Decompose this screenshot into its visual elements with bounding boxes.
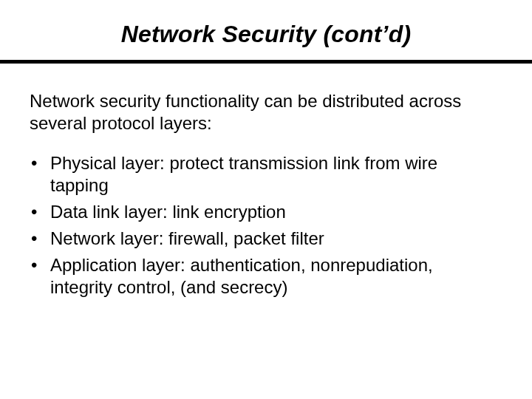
slide: Network Security (cont’d) Network securi… (0, 0, 532, 399)
slide-title: Network Security (cont’d) (0, 0, 532, 60)
bullet-list: Physical layer: protect transmission lin… (30, 152, 499, 299)
list-item: Application layer: authentication, nonre… (30, 254, 499, 299)
list-item: Data link layer: link encryption (30, 201, 499, 223)
intro-text: Network security functionality can be di… (0, 64, 532, 134)
list-item: Physical layer: protect transmission lin… (30, 152, 499, 197)
list-item: Network layer: firewall, packet filter (30, 228, 499, 250)
